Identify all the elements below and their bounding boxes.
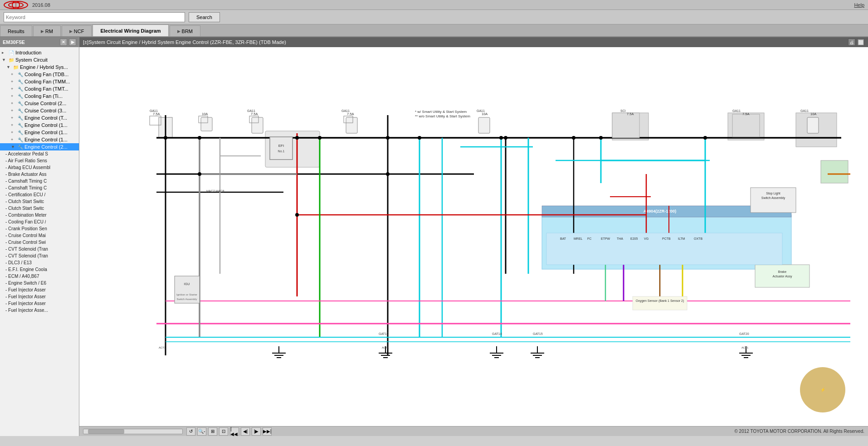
print-button[interactable]: 🖨 bbox=[848, 39, 855, 46]
tree-item[interactable]: - Clutch Start Switc bbox=[0, 205, 79, 212]
tab-rm-label: RM bbox=[45, 29, 53, 34]
tab-ncf[interactable]: ▶ NCF bbox=[62, 25, 92, 36]
last-button[interactable]: ▶▶| bbox=[263, 427, 272, 436]
expand-icon: + bbox=[11, 137, 16, 142]
tree-item[interactable]: - Airbag ECU Assembl bbox=[0, 164, 79, 171]
svg-point-79 bbox=[198, 136, 201, 140]
tree-item-label: - Clutch Start Switc bbox=[5, 206, 44, 211]
tree-item[interactable]: - Camshaft Timing C bbox=[0, 184, 79, 191]
tree-container[interactable]: ▸📄Introduction▼📁System Circuit▼📁Engine /… bbox=[0, 47, 79, 436]
tree-item[interactable]: - Certification ECU / bbox=[0, 191, 79, 198]
help-button[interactable]: Help bbox=[854, 2, 864, 8]
tree-item[interactable]: +🔧Cooling Fan (TDB... bbox=[0, 71, 79, 78]
svg-text:GAT20: GAT20 bbox=[739, 332, 749, 335]
expand-icon: ▼ bbox=[6, 65, 12, 69]
tree-item[interactable]: - Cruise Control Swi bbox=[0, 239, 79, 246]
tree-item-label: - Camshaft Timing C bbox=[5, 185, 47, 190]
search-button[interactable]: Search bbox=[189, 12, 220, 22]
tree-item[interactable]: ▸📄Introduction bbox=[0, 49, 79, 56]
tree-item[interactable]: ▼📁Engine / Hybrid Sys... bbox=[0, 63, 79, 71]
tree-item[interactable]: - DLC3 / E13 bbox=[0, 259, 79, 266]
search-input[interactable] bbox=[4, 12, 185, 22]
svg-text:Switch Assembly: Switch Assembly bbox=[761, 196, 785, 200]
tree-item[interactable]: +🔧Cooling Fan (Ti... bbox=[0, 92, 79, 100]
tree-item-label: Introduction bbox=[15, 50, 41, 55]
tree-item-label: - DLC3 / E13 bbox=[5, 260, 32, 265]
tree-item[interactable]: - Cruise Control Mai bbox=[0, 232, 79, 239]
tree-item-label: - Engine Switch / E6 bbox=[5, 281, 46, 286]
next-button[interactable]: |▶ bbox=[252, 427, 261, 436]
svg-point-88 bbox=[703, 136, 707, 140]
tree-item[interactable]: - Engine Switch / E6 bbox=[0, 280, 79, 286]
tree-item[interactable]: - Cooling Fan ECU / bbox=[0, 218, 79, 225]
tab-ncf-arrow: ▶ bbox=[69, 29, 73, 34]
tree-item-label: Cooling Fan (TMT... bbox=[24, 86, 68, 92]
svg-text:FC: FC bbox=[587, 237, 591, 240]
tree-item[interactable]: +🔧Engine Control (1... bbox=[0, 129, 79, 136]
tree-item-label: - Clutch Start Switc bbox=[5, 199, 44, 204]
expand-panel-button[interactable]: ▶ bbox=[69, 39, 76, 46]
tab-rm[interactable]: ▶ RM bbox=[33, 25, 61, 36]
tab-electrical[interactable]: Electrical Wiring Diagram bbox=[93, 24, 168, 36]
right-panel: [±]System Circuit Engine / Hybrid System… bbox=[79, 37, 868, 436]
tree-item[interactable]: +🔧Cooling Fan (TMT... bbox=[0, 85, 79, 92]
item-icon: 📄 bbox=[9, 50, 14, 55]
tree-item-label: Cooling Fan (TMM... bbox=[24, 79, 70, 84]
svg-text:7.5A: 7.5A bbox=[251, 112, 258, 116]
tab-results-label: Results bbox=[8, 29, 24, 34]
left-panel-header: EM30F5E ✕ ▶ bbox=[0, 37, 79, 47]
diagram-area[interactable]: A4904(2ZR-1200) bbox=[79, 47, 868, 426]
tree-item[interactable]: - Air Fuel Ratio Sens bbox=[0, 157, 79, 164]
tree-item[interactable]: ▼🔧Engine Control (2... bbox=[0, 143, 79, 150]
svg-rect-123 bbox=[732, 114, 760, 137]
tab-results[interactable]: Results bbox=[0, 25, 32, 36]
tab-brm[interactable]: ▶ BRM bbox=[170, 25, 200, 36]
svg-rect-139 bbox=[270, 137, 293, 160]
tree-item[interactable]: - ECM / A40,B67 bbox=[0, 273, 79, 280]
tree-item[interactable]: - Accelerator Pedal S bbox=[0, 150, 79, 157]
tree-item[interactable]: - Fuel Injector Asser bbox=[0, 293, 79, 300]
prev-button[interactable]: ◀| bbox=[241, 427, 250, 436]
tree-item[interactable]: - CVT Solenoid (Tran bbox=[0, 246, 79, 252]
tree-item[interactable]: +🔧Engine Control (T... bbox=[0, 114, 79, 121]
first-button[interactable]: |◀◀ bbox=[230, 427, 239, 436]
svg-text:GA11: GA11 bbox=[732, 109, 741, 112]
copyright-label: © 2012 TOYOTA MOTOR CORPORATION. All Rig… bbox=[734, 429, 864, 434]
tree-item-label: - Air Fuel Ratio Sens bbox=[5, 158, 47, 163]
fit-button[interactable]: ⊡ bbox=[219, 427, 228, 436]
thumbnail-button[interactable]: ⊞ bbox=[208, 427, 217, 436]
expand-icon: + bbox=[11, 101, 16, 106]
tree-item[interactable]: +🔧Cruise Control (2... bbox=[0, 100, 79, 107]
tree-item[interactable]: - E.F.I. Engine Coola bbox=[0, 266, 79, 273]
tree-item[interactable]: +🔧Cooling Fan (TMM... bbox=[0, 78, 79, 85]
svg-text:OXTB: OXTB bbox=[694, 237, 702, 240]
tree-item[interactable]: ▼📁System Circuit bbox=[0, 56, 79, 63]
tree-item[interactable]: - Fuel Injector Asse... bbox=[0, 307, 79, 314]
svg-point-91 bbox=[198, 172, 201, 176]
tree-item[interactable]: - Crank Position Sen bbox=[0, 225, 79, 232]
window-button[interactable]: ⬜ bbox=[857, 39, 864, 46]
tree-item[interactable]: - Combination Meter bbox=[0, 212, 79, 218]
tree-item[interactable]: +🔧Cruise Control (3... bbox=[0, 107, 79, 114]
tree-item-label: - Fuel Injector Asser bbox=[5, 301, 46, 306]
refresh-button[interactable]: ↺ bbox=[186, 427, 195, 436]
tree-item[interactable]: - CVT Solenoid (Tran bbox=[0, 252, 79, 259]
tree-item[interactable]: +🔧Engine Control (1... bbox=[0, 136, 79, 143]
tree-item-label: Engine Control (1... bbox=[24, 137, 68, 142]
close-panel-button[interactable]: ✕ bbox=[60, 39, 67, 46]
svg-point-82 bbox=[386, 136, 390, 140]
tree-item[interactable]: - Camshaft Timing C bbox=[0, 178, 79, 184]
tree-item-label: - Crank Position Sen bbox=[5, 226, 47, 231]
svg-text:THA: THA bbox=[617, 237, 623, 240]
svg-point-78 bbox=[164, 136, 167, 140]
tree-item[interactable]: - Brake Actuator Ass bbox=[0, 171, 79, 178]
expand-icon: + bbox=[11, 94, 16, 98]
zoom-out-button[interactable]: 🔍- bbox=[197, 427, 206, 436]
svg-text:7.5A: 7.5A bbox=[627, 112, 634, 116]
tree-item[interactable]: - Clutch Start Switc bbox=[0, 198, 79, 205]
svg-text:ACT1: ACT1 bbox=[382, 346, 389, 349]
tree-item-label: System Circuit bbox=[15, 57, 48, 63]
tree-item[interactable]: - Fuel Injector Asser bbox=[0, 286, 79, 293]
tree-item[interactable]: +🔧Engine Control (1... bbox=[0, 121, 79, 129]
tree-item[interactable]: - Fuel Injector Asser bbox=[0, 300, 79, 307]
